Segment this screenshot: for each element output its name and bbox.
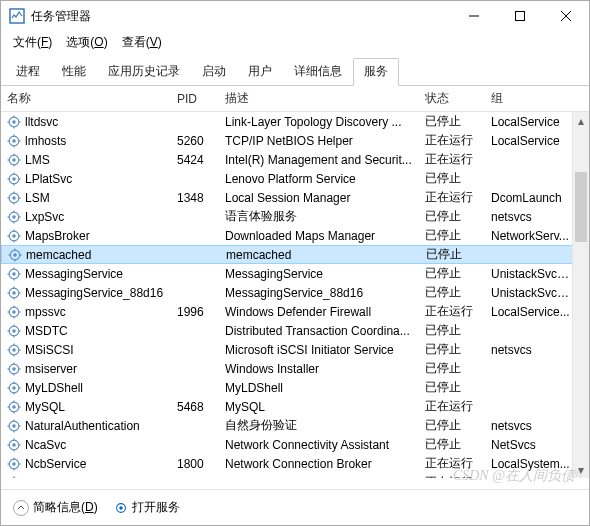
scroll-up-icon[interactable]: ▴ (573, 112, 589, 129)
tab-4[interactable]: 用户 (237, 58, 283, 86)
table-row[interactable]: NaturalAuthentication自然身份验证已停止netsvcs (1, 416, 589, 435)
col-name[interactable]: 名称 (1, 90, 171, 107)
svc-status: 已停止 (419, 113, 485, 130)
svc-desc: 语言体验服务 (219, 208, 419, 225)
svg-point-60 (12, 291, 16, 295)
svc-name: MSDTC (25, 324, 68, 338)
svc-status: 正在运行 (419, 151, 485, 168)
svc-name: MapsBroker (25, 229, 90, 243)
menu-options[interactable]: 选项(O) (60, 32, 113, 53)
table-row[interactable]: MSDTCDistributed Transaction Coordina...… (1, 321, 589, 340)
svc-name: MSiSCSI (25, 343, 74, 357)
table-row[interactable]: LPlatSvcLenovo Platform Service已停止 (1, 169, 589, 188)
svc-desc: Network Connectivity Assistant (219, 438, 419, 452)
svc-desc: TCP/IP NetBIOS Helper (219, 134, 419, 148)
maximize-button[interactable] (497, 1, 543, 31)
svc-status: 已停止 (419, 170, 485, 187)
tab-2[interactable]: 应用历史记录 (97, 58, 191, 86)
table-row[interactable]: NcaSvcNetwork Connectivity Assistant已停止N… (1, 435, 589, 454)
table-row[interactable]: lmhosts5260TCP/IP NetBIOS Helper正在运行Loca… (1, 131, 589, 150)
svc-group: netsvcs (485, 343, 579, 357)
menu-file[interactable]: 文件(F) (7, 32, 58, 53)
service-icon (7, 438, 21, 452)
open-services-link[interactable]: 打开服务 (114, 499, 180, 516)
col-group[interactable]: 组 (485, 90, 579, 107)
table-row[interactable]: MessagingServiceMessagingService已停止Unist… (1, 264, 589, 283)
svc-status: 已停止 (419, 417, 485, 434)
svc-group: DcomLaunch (485, 191, 579, 205)
svg-point-84 (12, 367, 16, 371)
service-icon (7, 400, 21, 414)
svc-group: LocalService (485, 134, 579, 148)
svc-desc: Windows Defender Firewall (219, 305, 419, 319)
service-icon (7, 153, 21, 167)
table-row[interactable]: MessagingService_88d16MessagingService_8… (1, 283, 589, 302)
svg-point-6 (12, 120, 16, 124)
service-icon (7, 115, 21, 129)
svc-pid: 1800 (171, 457, 219, 471)
svc-status: 已停止 (420, 246, 486, 263)
svg-point-72 (12, 329, 16, 333)
svc-name: NaturalAuthentication (25, 419, 140, 433)
svc-status: 正在运行 (419, 132, 485, 149)
svg-point-36 (12, 215, 16, 219)
svg-point-78 (12, 348, 16, 352)
svc-desc: Distributed Transaction Coordina... (219, 324, 419, 338)
svc-status: 已停止 (419, 322, 485, 339)
tab-1[interactable]: 性能 (51, 58, 97, 86)
footer: 简略信息(D) 打开服务 (1, 489, 589, 525)
svc-desc: MessagingService (219, 267, 419, 281)
table-header: 名称 PID 描述 状态 组 (1, 86, 589, 112)
table-row[interactable]: LMS5424Intel(R) Management and Securit..… (1, 150, 589, 169)
svg-point-90 (12, 386, 16, 390)
table-row[interactable]: NcbService1800Network Connection Broker正… (1, 454, 589, 473)
service-icon (7, 134, 21, 148)
col-status[interactable]: 状态 (419, 90, 485, 107)
scroll-thumb[interactable] (575, 172, 587, 242)
titlebar: 任务管理器 (1, 1, 589, 31)
minimize-button[interactable] (451, 1, 497, 31)
service-icon (7, 229, 21, 243)
close-button[interactable] (543, 1, 589, 31)
table-row[interactable]: MapsBrokerDownloaded Maps Manager已停止Netw… (1, 226, 589, 245)
svg-point-54 (12, 272, 16, 276)
tab-6[interactable]: 服务 (353, 58, 399, 86)
table-row[interactable]: LSM1348Local Session Manager正在运行DcomLaun… (1, 188, 589, 207)
table-row[interactable]: lltdsvcLink-Layer Topology Discovery ...… (1, 112, 589, 131)
table-row[interactable]: memcachedmemcached已停止 (1, 245, 589, 264)
svc-pid: 1996 (171, 305, 219, 319)
tab-3[interactable]: 启动 (191, 58, 237, 86)
menubar: 文件(F) 选项(O) 查看(V) (1, 31, 589, 53)
table-row[interactable]: LxpSvc语言体验服务已停止netsvcs (1, 207, 589, 226)
svc-status: 正在运行 (419, 455, 485, 472)
svg-point-96 (12, 405, 16, 409)
table-row[interactable]: msiserverWindows Installer已停止 (1, 359, 589, 378)
service-icon (7, 324, 21, 338)
tabbar: 进程性能应用历史记录启动用户详细信息服务 (1, 53, 589, 86)
fewer-details-link[interactable]: 简略信息(D) (13, 499, 98, 516)
svc-group: UnistackSvcG... (485, 267, 579, 281)
table-row[interactable]: mpssvc1996Windows Defender Firewall正在运行L… (1, 302, 589, 321)
table-row[interactable]: MSiSCSIMicrosoft iSCSI Initiator Service… (1, 340, 589, 359)
scrollbar[interactable]: ▴ ▾ (572, 112, 589, 478)
svc-name: memcached (26, 248, 91, 262)
table-row[interactable]: NcdAutoSetup21404Network Connected Devic… (1, 473, 589, 478)
table-row[interactable]: MySQL5468MySQL正在运行 (1, 397, 589, 416)
svc-desc: MySQL (219, 400, 419, 414)
tab-0[interactable]: 进程 (5, 58, 51, 86)
table-row[interactable]: MyLDShellMyLDShell已停止 (1, 378, 589, 397)
tab-5[interactable]: 详细信息 (283, 58, 353, 86)
scroll-down-icon[interactable]: ▾ (573, 461, 589, 478)
svg-point-12 (12, 139, 16, 143)
svc-desc: Local Session Manager (219, 191, 419, 205)
svc-group: LocalService... (485, 305, 579, 319)
menu-view[interactable]: 查看(V) (116, 32, 168, 53)
svc-desc: Microsoft iSCSI Initiator Service (219, 343, 419, 357)
svc-status: 已停止 (419, 360, 485, 377)
svc-name: MessagingService (25, 267, 123, 281)
svc-desc: Link-Layer Topology Discovery ... (219, 115, 419, 129)
svc-name: LPlatSvc (25, 172, 72, 186)
svg-point-18 (12, 158, 16, 162)
col-desc[interactable]: 描述 (219, 90, 419, 107)
col-pid[interactable]: PID (171, 92, 219, 106)
